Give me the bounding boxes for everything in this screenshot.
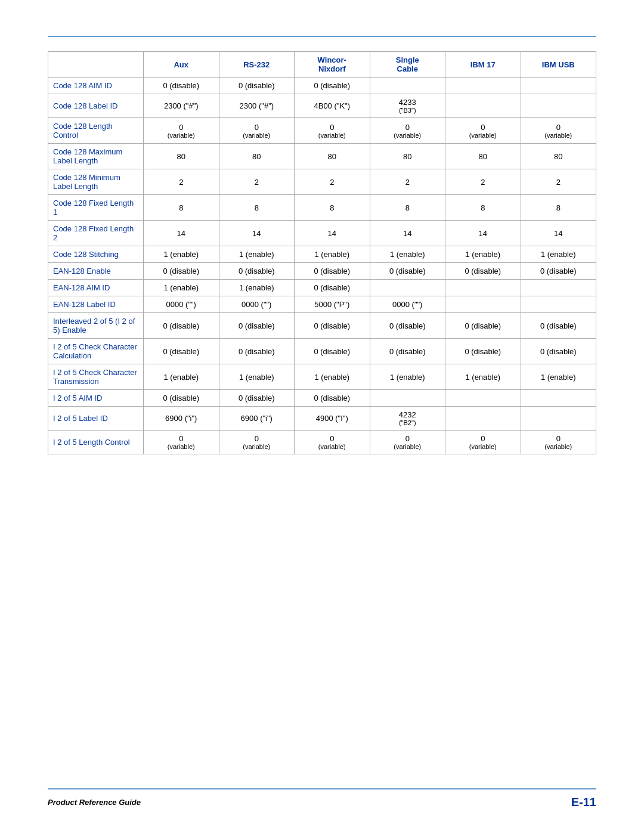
cell-wincor-3: 80 [295,144,370,169]
col-header-ibmusb: IBM USB [521,52,596,78]
cell-aux-16: 0(variable) [144,431,219,454]
col-header-label [48,52,144,78]
cell-single-2: 0(variable) [370,118,445,144]
cell-label-13: I 2 of 5 Check Character Transmission [48,364,144,390]
cell-ibmusb-0 [521,78,596,94]
cell-ibm17-6: 14 [445,221,521,246]
cell-ibm17-13: 1 (enable) [445,364,521,390]
cell-ibm17-4: 2 [445,169,521,195]
table-row: I 2 of 5 Length Control0(variable)0(vari… [48,431,596,454]
cell-label-14: I 2 of 5 AIM ID [48,390,144,407]
cell-wincor-9: 0 (disable) [295,280,370,296]
cell-label-3: Code 128 Maximum Label Length [48,144,144,169]
table-row: Interleaved 2 of 5 (I 2 of 5) Enable0 (d… [48,313,596,339]
cell-ibm17-0 [445,78,521,94]
cell-wincor-1: 4B00 ("K") [295,94,370,118]
cell-wincor-2: 0(variable) [295,118,370,144]
cell-ibm17-15 [445,407,521,431]
cell-ibmusb-14 [521,390,596,407]
cell-ibmusb-10 [521,296,596,313]
cell-aux-0: 0 (disable) [144,78,219,94]
cell-ibmusb-16: 0(variable) [521,431,596,454]
cell-wincor-5: 8 [295,195,370,221]
cell-single-10: 0000 ("") [370,296,445,313]
cell-label-5: Code 128 Fixed Length 1 [48,195,144,221]
cell-label-1: Code 128 Label ID [48,94,144,118]
table-row: Code 128 Fixed Length 2141414141414 [48,221,596,246]
cell-rs232-8: 0 (disable) [219,263,295,280]
cell-ibmusb-6: 14 [521,221,596,246]
cell-wincor-8: 0 (disable) [295,263,370,280]
table-row: EAN-128 Label ID0000 ("")0000 ("")5000 (… [48,296,596,313]
cell-single-0 [370,78,445,94]
table-row: Code 128 AIM ID0 (disable)0 (disable)0 (… [48,78,596,94]
cell-wincor-11: 0 (disable) [295,313,370,339]
cell-label-8: EAN-128 Enable [48,263,144,280]
table-row: Code 128 Label ID2300 ("#")2300 ("#")4B0… [48,94,596,118]
page-number: E-11 [571,795,596,809]
cell-aux-13: 1 (enable) [144,364,219,390]
cell-ibmusb-9 [521,280,596,296]
cell-rs232-13: 1 (enable) [219,364,295,390]
cell-label-10: EAN-128 Label ID [48,296,144,313]
cell-single-6: 14 [370,221,445,246]
cell-ibmusb-15 [521,407,596,431]
cell-single-3: 80 [370,144,445,169]
cell-ibm17-10 [445,296,521,313]
cell-ibm17-14 [445,390,521,407]
cell-wincor-16: 0(variable) [295,431,370,454]
cell-ibmusb-11: 0 (disable) [521,313,596,339]
cell-rs232-6: 14 [219,221,295,246]
cell-single-1: 4233("B3") [370,94,445,118]
cell-aux-15: 6900 ("i") [144,407,219,431]
cell-ibm17-3: 80 [445,144,521,169]
cell-ibmusb-3: 80 [521,144,596,169]
cell-label-4: Code 128 Minimum Label Length [48,169,144,195]
table-row: EAN-128 Enable0 (disable)0 (disable)0 (d… [48,263,596,280]
cell-wincor-4: 2 [295,169,370,195]
cell-rs232-10: 0000 ("") [219,296,295,313]
cell-ibmusb-4: 2 [521,169,596,195]
reference-table: Aux RS-232 Wincor-Nixdorf SingleCable IB… [48,51,596,454]
cell-rs232-16: 0(variable) [219,431,295,454]
cell-single-12: 0 (disable) [370,339,445,364]
cell-label-12: I 2 of 5 Check Character Calculation [48,339,144,364]
footer-guide-label: Product Reference Guide [48,798,141,807]
cell-ibm17-2: 0(variable) [445,118,521,144]
cell-rs232-5: 8 [219,195,295,221]
cell-aux-10: 0000 ("") [144,296,219,313]
col-header-rs232: RS-232 [219,52,295,78]
cell-rs232-12: 0 (disable) [219,339,295,364]
cell-label-15: I 2 of 5 Label ID [48,407,144,431]
cell-single-13: 1 (enable) [370,364,445,390]
cell-aux-4: 2 [144,169,219,195]
cell-rs232-0: 0 (disable) [219,78,295,94]
cell-wincor-15: 4900 ("I") [295,407,370,431]
cell-ibm17-7: 1 (enable) [445,246,521,263]
cell-ibm17-8: 0 (disable) [445,263,521,280]
cell-aux-2: 0(variable) [144,118,219,144]
cell-label-0: Code 128 AIM ID [48,78,144,94]
cell-label-9: EAN-128 AIM ID [48,280,144,296]
page-footer: Product Reference Guide E-11 [48,788,596,809]
table-row: Code 128 Stitching1 (enable)1 (enable)1 … [48,246,596,263]
cell-ibm17-5: 8 [445,195,521,221]
cell-wincor-0: 0 (disable) [295,78,370,94]
cell-wincor-14: 0 (disable) [295,390,370,407]
cell-single-15: 4232("B2") [370,407,445,431]
cell-label-6: Code 128 Fixed Length 2 [48,221,144,246]
cell-aux-7: 1 (enable) [144,246,219,263]
cell-single-14 [370,390,445,407]
cell-ibmusb-7: 1 (enable) [521,246,596,263]
cell-wincor-6: 14 [295,221,370,246]
cell-wincor-10: 5000 ("P") [295,296,370,313]
cell-ibmusb-2: 0(variable) [521,118,596,144]
cell-label-11: Interleaved 2 of 5 (I 2 of 5) Enable [48,313,144,339]
cell-aux-9: 1 (enable) [144,280,219,296]
cell-single-5: 8 [370,195,445,221]
cell-rs232-9: 1 (enable) [219,280,295,296]
cell-rs232-7: 1 (enable) [219,246,295,263]
cell-rs232-14: 0 (disable) [219,390,295,407]
cell-aux-6: 14 [144,221,219,246]
cell-ibmusb-5: 8 [521,195,596,221]
